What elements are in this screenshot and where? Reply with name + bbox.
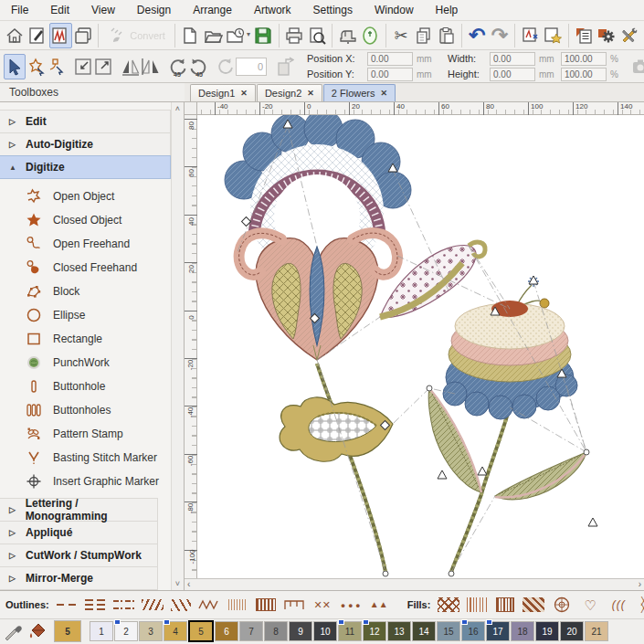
polygon-select-button[interactable] [26,54,46,79]
fill-weave[interactable] [522,596,545,613]
outline-open-zigzag[interactable] [197,596,221,613]
scroll-left-icon[interactable]: ‹ [187,580,190,589]
outline-zigzag-stitch[interactable] [169,596,193,613]
scale-up-button[interactable] [93,54,113,79]
reshape-tool-button[interactable] [46,54,66,79]
color-swatch-6[interactable]: 6 [215,621,238,641]
menu-edit[interactable]: Edit [50,4,69,16]
open-recent-dropdown[interactable]: ▾ [247,31,250,38]
outline-backstitch[interactable] [112,596,136,613]
menu-artwork[interactable]: Artwork [254,4,291,16]
fill-cross-stitch[interactable]: ╳╳╳╳ [635,596,644,613]
tool-block[interactable]: Block [0,280,171,303]
color-swatch-9[interactable]: 9 [289,621,312,641]
convert-button[interactable]: Convert [102,23,171,48]
tool-closed-freehand[interactable]: Closed Freehand [0,256,171,280]
tab-design2[interactable]: Design2 ✕ [257,84,322,101]
menu-settings[interactable]: Settings [313,4,353,16]
tool-rectangle[interactable]: Rectangle [0,327,171,351]
copy-button[interactable] [412,23,435,48]
color-swatch-1[interactable]: 1 [90,621,113,641]
write-to-machine-button[interactable] [336,23,359,48]
position-y-input[interactable] [367,68,413,81]
outline-stem-stitch[interactable] [141,596,164,613]
outline-satin-thin[interactable] [226,596,249,613]
outline-running-stitch[interactable] [56,596,79,613]
embroidery-canvas-button[interactable] [49,23,72,48]
scale-down-button[interactable] [73,54,93,79]
tool-insert-graphic-marker[interactable]: Insert Graphic Marker [0,470,171,493]
color-swatch-21[interactable]: 21 [585,621,608,641]
menu-file[interactable]: File [11,4,28,16]
hoop-button[interactable] [359,23,382,48]
sidebar-scrollbar[interactable]: ˄ ˅ [171,102,184,590]
rotate-angle-input[interactable] [236,58,267,76]
color-swatch-2[interactable]: 2 [114,621,138,641]
scale-x-input[interactable] [561,52,607,66]
tab-design1[interactable]: Design1 ✕ [190,84,256,101]
canvas-horizontal-scrollbar[interactable]: ‹ › [185,578,644,590]
color-swatch-10[interactable]: 10 [313,621,337,641]
mirror-vertical-button[interactable] [141,54,161,79]
section-lettering[interactable]: ▷ Lettering / Monogramming [0,498,158,522]
scroll-down-icon[interactable]: ˅ [175,579,180,588]
color-swatch-20[interactable]: 20 [560,621,584,641]
section-mirror-merge[interactable]: ▷ Mirror-Merge [0,566,158,590]
select-tool-button[interactable] [4,54,26,79]
position-x-input[interactable] [367,52,413,66]
tool-basting-stitch-marker[interactable]: Basting Stitch Marker [0,446,171,470]
design-properties-button[interactable] [573,23,596,48]
outline-motif-run[interactable]: ▲▲ [367,596,391,613]
color-swatch-4[interactable]: 4 [164,621,187,641]
width-input[interactable] [490,52,535,66]
left-flower[interactable] [225,115,411,360]
tab-design2-close-icon[interactable]: ✕ [307,89,314,98]
tab-2-flowers[interactable]: 2 Flowers ✕ [323,84,396,101]
section-cutwork[interactable]: ▷ CutWork / StumpWork [0,544,158,567]
scroll-right-icon[interactable]: › [639,580,641,589]
color-swatch-19[interactable]: 19 [535,621,559,641]
toolbox-button[interactable] [618,23,640,48]
menu-arrange[interactable]: Arrange [193,4,232,16]
section-edit[interactable]: ▷ Edit [0,110,171,133]
tool-buttonhole[interactable]: Buttonhole [0,375,171,398]
scale-y-input[interactable] [561,68,607,81]
print-button[interactable] [283,23,306,48]
fill-tatami[interactable] [465,596,489,613]
tool-pattern-stamp[interactable]: Pattern Stamp [0,422,171,446]
switch-design-button[interactable] [72,23,95,48]
color-swatch-11[interactable]: 11 [338,621,362,641]
home-button[interactable] [4,23,26,48]
menu-window[interactable]: Window [375,4,414,16]
color-swatch-15[interactable]: 15 [437,621,460,641]
undo-button[interactable]: ↶ [466,23,489,48]
color-swatch-13[interactable]: 13 [387,621,411,641]
right-flower[interactable] [443,276,577,419]
rotate-left-45-button[interactable]: 45 [168,54,188,79]
color-swatch-14[interactable]: 14 [412,621,436,641]
outline-motif-x[interactable]: ✕✕ [311,596,334,613]
menu-design[interactable]: Design [137,4,171,16]
section-applique[interactable]: ▷ Appliqué [0,521,158,544]
rotate-right-45-button[interactable]: 45 [188,54,208,79]
redo-button[interactable]: ↷ [489,23,512,48]
tool-buttonholes[interactable]: Buttonholes [0,398,171,422]
menu-help[interactable]: Help [436,4,459,16]
outline-candlewicking[interactable]: • • • [339,596,363,613]
color-swatch-18[interactable]: 18 [511,621,534,641]
eyedropper-icon[interactable] [4,622,24,640]
outline-blanket-stitch[interactable] [282,596,306,613]
print-preview-button[interactable] [305,23,328,48]
tool-closed-object[interactable]: Closed Object [0,208,171,232]
design-canvas[interactable] [197,115,644,578]
color-swatch-7[interactable]: 7 [239,621,263,641]
fill-contour[interactable]: ((( [607,596,630,613]
save-design-button[interactable] [252,23,275,48]
rotate-free-button[interactable] [216,54,236,79]
tab-2-flowers-close-icon[interactable]: ✕ [381,89,388,98]
mirror-horizontal-button[interactable] [121,54,141,79]
tab-design1-close-icon[interactable]: ✕ [240,89,248,98]
insert-embroidery-button[interactable] [519,23,542,48]
color-swatch-5[interactable]: 5 [188,620,214,642]
tool-punchwork[interactable]: PunchWork [0,351,171,375]
